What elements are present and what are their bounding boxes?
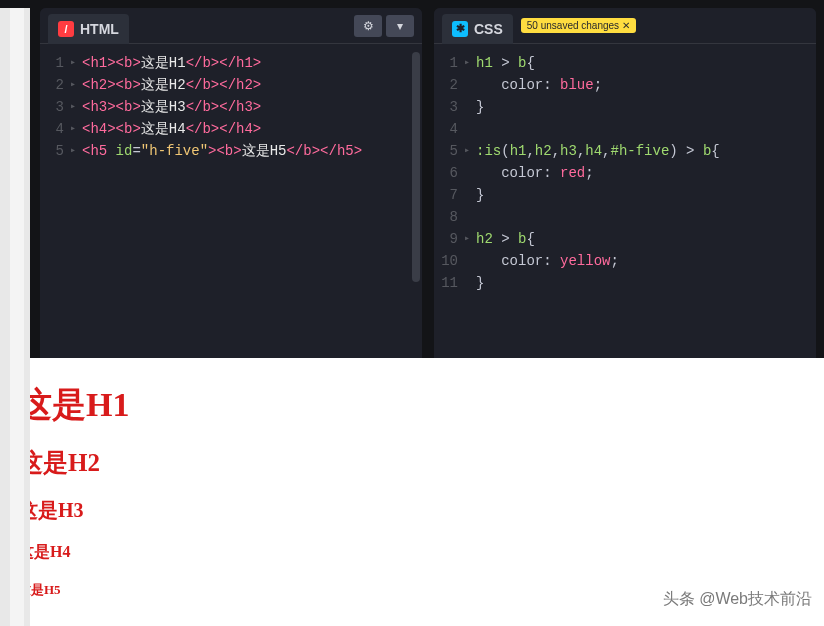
code-line[interactable]: } bbox=[464, 184, 816, 206]
settings-button[interactable]: ⚙ bbox=[354, 15, 382, 37]
code-line[interactable]: ▸<h3><b>这是H3</b></h3> bbox=[70, 96, 422, 118]
line-number: 8 bbox=[434, 206, 458, 228]
html-code-area[interactable]: 12345 ▸<h1><b>这是H1</b></h1>▸<h2><b>这是H2<… bbox=[40, 44, 422, 358]
watermark-text: 头条 @Web技术前沿 bbox=[663, 589, 812, 610]
line-number: 5 bbox=[434, 140, 458, 162]
html-tab-label: HTML bbox=[80, 21, 119, 37]
gear-icon: ⚙ bbox=[363, 19, 374, 33]
line-number: 6 bbox=[434, 162, 458, 184]
line-number: 1 bbox=[40, 52, 64, 74]
css-tab[interactable]: ✱ CSS bbox=[442, 14, 513, 44]
fold-icon[interactable]: ▸ bbox=[70, 96, 80, 118]
code-line[interactable]: ▸<h1><b>这是H1</b></h1> bbox=[70, 52, 422, 74]
fold-icon[interactable]: ▸ bbox=[464, 52, 474, 74]
html-code[interactable]: ▸<h1><b>这是H1</b></h1>▸<h2><b>这是H2</b></h… bbox=[70, 52, 422, 358]
code-line[interactable]: color: blue; bbox=[464, 74, 816, 96]
watermark: 头条 @Web技术前沿 bbox=[663, 589, 812, 610]
line-number: 1 bbox=[434, 52, 458, 74]
css-code-area[interactable]: 1234567891011 ▸h1 > b{ color: blue;}▸:is… bbox=[434, 44, 816, 358]
preview-h4: 这是H4 bbox=[18, 542, 806, 563]
html-icon: / bbox=[58, 21, 74, 37]
html-pane-header: / HTML ⚙ ▾ bbox=[40, 8, 422, 44]
fold-icon[interactable]: ▸ bbox=[70, 140, 80, 162]
line-number: 3 bbox=[434, 96, 458, 118]
line-number: 7 bbox=[434, 184, 458, 206]
html-tab[interactable]: / HTML bbox=[48, 14, 129, 44]
code-line[interactable]: color: red; bbox=[464, 162, 816, 184]
line-number: 2 bbox=[40, 74, 64, 96]
html-pane: / HTML ⚙ ▾ 12345 ▸<h1><b>这是H1</b></h1>▸<… bbox=[40, 8, 422, 358]
css-icon: ✱ bbox=[452, 21, 468, 37]
preview-pane: 这是H1 这是H2 这是H3 这是H4 这是H5 bbox=[0, 358, 824, 626]
line-number: 9 bbox=[434, 228, 458, 250]
preview-h1: 这是H1 bbox=[18, 382, 806, 428]
html-gutter: 12345 bbox=[40, 52, 70, 358]
window-scrollbar-thumb[interactable] bbox=[10, 8, 24, 626]
line-number: 5 bbox=[40, 140, 64, 162]
code-line[interactable]: } bbox=[464, 272, 816, 294]
fold-icon[interactable]: ▸ bbox=[464, 140, 474, 162]
line-number: 3 bbox=[40, 96, 64, 118]
code-line[interactable] bbox=[464, 118, 816, 140]
preview-h3: 这是H3 bbox=[18, 497, 806, 524]
code-line[interactable]: } bbox=[464, 96, 816, 118]
fold-icon[interactable]: ▸ bbox=[70, 74, 80, 96]
code-line[interactable]: ▸h2 > b{ bbox=[464, 228, 816, 250]
fold-icon[interactable]: ▸ bbox=[464, 228, 474, 250]
css-code[interactable]: ▸h1 > b{ color: blue;}▸:is(h1,h2,h3,h4,#… bbox=[464, 52, 816, 358]
line-number: 4 bbox=[40, 118, 64, 140]
code-line[interactable]: ▸:is(h1,h2,h3,h4,#h-five) > b{ bbox=[464, 140, 816, 162]
unsaved-badge[interactable]: 50 unsaved changes ✕ bbox=[521, 18, 636, 33]
css-tab-label: CSS bbox=[474, 21, 503, 37]
css-pane: ✱ CSS 50 unsaved changes ✕ 1234567891011… bbox=[434, 8, 816, 358]
code-line[interactable]: ▸<h4><b>这是H4</b></h4> bbox=[70, 118, 422, 140]
dropdown-button[interactable]: ▾ bbox=[386, 15, 414, 37]
css-pane-header: ✱ CSS 50 unsaved changes ✕ bbox=[434, 8, 816, 44]
code-line[interactable]: ▸h1 > b{ bbox=[464, 52, 816, 74]
line-number: 4 bbox=[434, 118, 458, 140]
code-line[interactable]: ▸<h2><b>这是H2</b></h2> bbox=[70, 74, 422, 96]
fold-icon[interactable]: ▸ bbox=[70, 52, 80, 74]
code-line[interactable] bbox=[464, 206, 816, 228]
code-line[interactable]: color: yellow; bbox=[464, 250, 816, 272]
line-number: 10 bbox=[434, 250, 458, 272]
chevron-down-icon: ▾ bbox=[397, 19, 403, 33]
preview-h2: 这是H2 bbox=[18, 446, 806, 479]
fold-icon[interactable]: ▸ bbox=[70, 118, 80, 140]
code-line[interactable]: ▸<h5 id="h-five"><b>这是H5</b></h5> bbox=[70, 140, 422, 162]
line-number: 11 bbox=[434, 272, 458, 294]
line-number: 2 bbox=[434, 74, 458, 96]
unsaved-badge-text: 50 unsaved changes bbox=[527, 20, 619, 31]
close-icon[interactable]: ✕ bbox=[622, 20, 630, 31]
editor-row: / HTML ⚙ ▾ 12345 ▸<h1><b>这是H1</b></h1>▸<… bbox=[0, 0, 824, 358]
html-scrollbar[interactable] bbox=[412, 52, 420, 282]
css-gutter: 1234567891011 bbox=[434, 52, 464, 358]
